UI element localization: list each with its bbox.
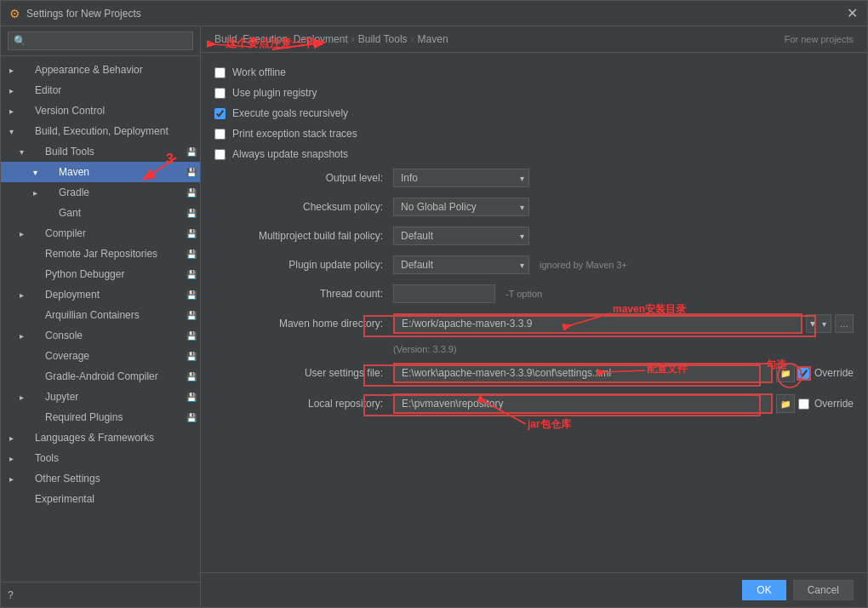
tree-arrow-jupyter — [14, 393, 28, 402]
maven-home-browse-button[interactable]: … — [835, 314, 854, 333]
item-label-gradle-android: Gradle-Android Compiler — [45, 370, 183, 382]
sidebar-item-appearance[interactable]: Appearance & Behavior — [1, 60, 200, 80]
local-repo-override-label[interactable]: Override — [814, 398, 854, 410]
sidebar-item-maven[interactable]: Maven💾 — [1, 162, 200, 182]
item-label-build-tools: Build Tools — [45, 146, 183, 158]
save-icon-build-tools: 💾 — [186, 147, 197, 157]
save-icon-remote-jar: 💾 — [186, 250, 197, 259]
tree-arrow-gradle — [28, 188, 42, 198]
print-exception-label[interactable]: Print exception stack traces — [232, 128, 357, 140]
checkbox-row-use-plugin-registry: Use plugin registry — [214, 87, 854, 99]
sidebar-item-gradle-android[interactable]: Gradle-Android Compiler💾 — [1, 366, 200, 387]
maven-home-dir-row: ▾ … — [393, 313, 854, 334]
local-repo-override-checkbox[interactable] — [798, 399, 809, 410]
sidebar-item-arquillian[interactable]: Arquillian Containers💾 — [1, 305, 200, 325]
execute-goals-label[interactable]: Execute goals recursively — [232, 107, 348, 119]
sidebar-item-version-control[interactable]: Version Control — [1, 100, 200, 121]
help-icon[interactable]: ? — [8, 589, 14, 601]
thread-count-row: Thread count:-T option — [214, 284, 854, 303]
save-icon-python-debugger: 💾 — [186, 270, 197, 279]
maven-home-select[interactable]: ▾ — [806, 314, 831, 333]
output-level-select[interactable]: InfoDebugWarnError — [393, 169, 529, 187]
maven-home-input[interactable] — [393, 313, 802, 334]
item-label-gradle: Gradle — [59, 186, 183, 198]
sidebar-item-remote-jar[interactable]: Remote Jar Repositories💾 — [1, 244, 200, 264]
dialog-title: Settings for New Projects — [26, 8, 843, 20]
item-label-version-control: Version Control — [35, 105, 197, 117]
sidebar-item-build-tools[interactable]: Build Tools💾 — [1, 141, 200, 162]
checksum-policy-label: Checksum policy: — [214, 201, 393, 213]
sidebar-item-jupyter[interactable]: Jupyter💾 — [1, 387, 200, 407]
sidebar-item-gradle[interactable]: Gradle💾 — [1, 182, 200, 203]
breadcrumb-sep-1: › — [351, 33, 355, 45]
maven-version-hint: (Version: 3.3.9) — [393, 344, 854, 354]
user-settings-input[interactable] — [393, 363, 773, 383]
work-offline-label[interactable]: Work offline — [232, 66, 286, 78]
breadcrumb-sep-2: › — [411, 33, 414, 45]
sidebar-item-required-plugins[interactable]: Required Plugins💾 — [1, 407, 200, 427]
sidebar-item-coverage[interactable]: Coverage💾 — [1, 346, 200, 366]
save-icon-arquillian: 💾 — [186, 311, 197, 320]
user-settings-override-checkbox[interactable] — [798, 368, 809, 379]
item-icon-gradle-android — [28, 370, 42, 383]
sidebar-item-experimental[interactable]: Experimental — [1, 489, 200, 509]
always-update-label[interactable]: Always update snapshots — [232, 148, 348, 160]
thread-count-input[interactable] — [393, 284, 495, 303]
use-plugin-registry-label[interactable]: Use plugin registry — [232, 87, 317, 99]
sidebar-item-build-exec-deploy[interactable]: Build, Execution, Deployment — [1, 121, 200, 141]
save-icon-coverage: 💾 — [186, 352, 197, 361]
user-settings-override-label[interactable]: Override — [814, 367, 854, 379]
sidebar-item-python-debugger[interactable]: Python Debugger💾 — [1, 264, 200, 284]
item-icon-deployment — [28, 288, 42, 301]
tree-arrow-maven — [28, 168, 42, 177]
save-icon-gradle-android: 💾 — [186, 372, 197, 381]
user-settings-browse-button[interactable]: 📁 — [776, 364, 795, 382]
close-button[interactable]: ✕ — [843, 5, 860, 22]
breadcrumb-for: For new projects — [785, 34, 854, 44]
print-exception-checkbox[interactable] — [214, 129, 226, 140]
output-level-select-wrapper: InfoDebugWarnError — [393, 169, 529, 187]
thread-count-hint: -T option — [505, 289, 542, 299]
ok-button[interactable]: OK — [742, 580, 785, 600]
local-repo-browse-button[interactable]: 📁 — [776, 394, 795, 413]
checksum-policy-select[interactable]: No Global PolicyStrictWarnIgnore — [393, 198, 529, 216]
work-offline-checkbox[interactable] — [214, 67, 226, 78]
sidebar-item-tools[interactable]: Tools — [1, 448, 200, 468]
breadcrumb-part-3: Maven — [418, 33, 448, 45]
item-label-editor: Editor — [35, 84, 197, 96]
plugin-update-select-wrapper: DefaultForceNever — [393, 255, 529, 274]
local-repo-input[interactable] — [393, 393, 773, 414]
search-input[interactable] — [8, 32, 193, 50]
save-icon-console: 💾 — [186, 331, 197, 341]
sidebar: Appearance & BehaviorEditorVersion Contr… — [1, 26, 201, 607]
item-label-coverage: Coverage — [45, 350, 183, 362]
save-icon-gradle: 💾 — [186, 188, 197, 198]
sidebar-item-other-settings[interactable]: Other Settings — [1, 468, 200, 489]
plugin-update-hint: ignored by Maven 3+ — [540, 260, 627, 270]
user-settings-dir-row: 📁 — [393, 363, 795, 383]
plugin-update-label: Plugin update policy: — [214, 259, 393, 271]
item-icon-editor — [18, 83, 31, 97]
item-label-build-exec-deploy: Build, Execution, Deployment — [35, 125, 197, 137]
execute-goals-checkbox[interactable] — [214, 108, 226, 119]
sidebar-item-compiler[interactable]: Compiler💾 — [1, 223, 200, 244]
item-icon-jupyter — [28, 390, 42, 404]
sidebar-item-gant[interactable]: Gant💾 — [1, 203, 200, 223]
sidebar-item-editor[interactable]: Editor — [1, 80, 200, 100]
cancel-button[interactable]: Cancel — [793, 580, 854, 600]
always-update-checkbox[interactable] — [214, 149, 226, 160]
item-label-required-plugins: Required Plugins — [45, 411, 183, 423]
local-repo-control: 📁 Override — [393, 393, 854, 414]
sidebar-item-console[interactable]: Console💾 — [1, 325, 200, 346]
item-label-experimental: Experimental — [35, 493, 197, 505]
app-icon: ⚙ — [8, 7, 21, 20]
plugin-update-select[interactable]: DefaultForceNever — [393, 255, 529, 274]
item-icon-gradle — [42, 186, 55, 199]
item-label-python-debugger: Python Debugger — [45, 268, 183, 280]
sidebar-item-deployment[interactable]: Deployment💾 — [1, 284, 200, 305]
use-plugin-registry-checkbox[interactable] — [214, 88, 226, 99]
multiproject-fail-select[interactable]: DefaultFail At EndFail FastNever — [393, 227, 529, 245]
output-level-control: InfoDebugWarnError — [393, 169, 854, 187]
sidebar-item-languages[interactable]: Languages & Frameworks — [1, 427, 200, 448]
tree-arrow-compiler — [14, 229, 28, 238]
